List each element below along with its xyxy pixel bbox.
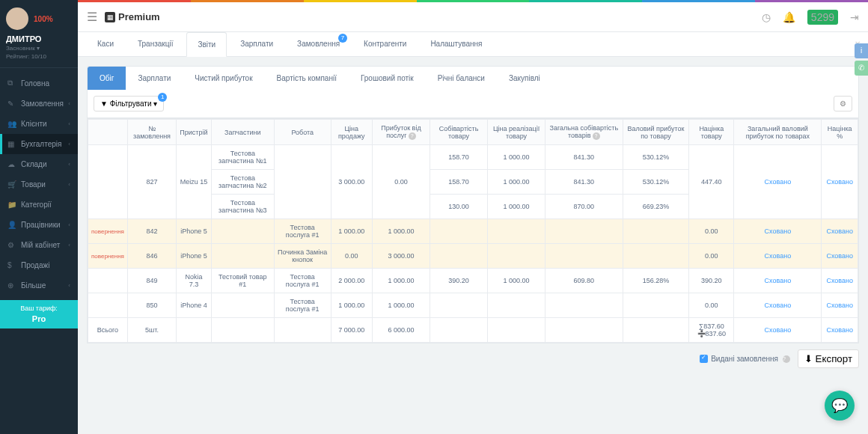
- sidebar-item-Мій кабінет[interactable]: ⚙Мій кабінет‹: [0, 235, 78, 255]
- cell[interactable]: Сховано: [734, 145, 822, 219]
- sidebar-item-Працівники[interactable]: 👤Працівники‹: [0, 215, 78, 235]
- cell: [488, 318, 545, 343]
- table-footer: Видані замовлення ? ⬇ Експорт: [87, 349, 859, 368]
- clock-icon[interactable]: ◷: [762, 11, 771, 23]
- gear-icon[interactable]: ⚙: [834, 96, 852, 111]
- cell: Тестова запчастина №2: [211, 170, 274, 195]
- cell[interactable]: Сховано: [822, 293, 858, 318]
- sidebar-item-Замовлення[interactable]: ✎Замовлення‹: [0, 94, 78, 114]
- table-row[interactable]: повернення842iPhone 5Тестова послуга #11…: [88, 219, 858, 244]
- filter-button[interactable]: ▼ Фільтрувати ▾ 1: [94, 96, 164, 111]
- subtab-Річні баланси[interactable]: Річні баланси: [426, 67, 497, 90]
- cell: [488, 293, 545, 318]
- cell: 842: [127, 219, 176, 244]
- cell[interactable]: Сховано: [822, 219, 858, 244]
- cell: 0.00: [331, 244, 372, 269]
- avatar[interactable]: [6, 7, 28, 30]
- subtab-Вартість компанії[interactable]: Вартість компанії: [265, 67, 349, 90]
- cell: 1 000.00: [488, 269, 545, 293]
- brand-title: Premium: [118, 11, 160, 22]
- sidebar: 100% ДМИТРО Засновник ▾ Рейтинг: 10/10 ⧉…: [0, 0, 78, 434]
- subtab-Грошовий потік[interactable]: Грошовий потік: [349, 67, 426, 90]
- cell[interactable]: Сховано: [734, 293, 822, 318]
- cell: 669.23%: [623, 195, 688, 219]
- cell[interactable]: Сховано: [822, 318, 858, 343]
- tariff-badge[interactable]: Ваш тариф: Pro: [0, 300, 78, 328]
- sidebar-item-Продажі[interactable]: $Продажі: [0, 255, 78, 275]
- cell: [430, 293, 487, 318]
- cell[interactable]: Сховано: [734, 244, 822, 269]
- tab-Контрагенти[interactable]: Контрагенти: [353, 32, 417, 56]
- table-row[interactable]: 850iPhone 4Тестова послуга #11 000.001 0…: [88, 293, 858, 318]
- tab-Замовлення[interactable]: Замовлення7: [287, 32, 350, 56]
- tariff-line2: Pro: [3, 314, 75, 324]
- help-icon[interactable]: ?: [783, 355, 790, 363]
- cell: [545, 318, 623, 343]
- sidebar-item-Товари[interactable]: 🛒Товари‹: [0, 174, 78, 195]
- nav-icon: ⧉: [7, 79, 16, 88]
- cell: 156.28%: [623, 269, 688, 293]
- cell[interactable]: Сховано: [734, 269, 822, 293]
- export-button[interactable]: ⬇ Експорт: [798, 349, 859, 368]
- cell: 1 000.00: [372, 293, 430, 318]
- cell: 1 000.00: [372, 219, 430, 244]
- col-header: Прибуток від послуг?: [372, 120, 430, 145]
- cell[interactable]: Сховано: [822, 269, 858, 293]
- help-icon[interactable]: ?: [409, 132, 416, 140]
- issued-orders-checkbox[interactable]: Видані замовлення ?: [700, 355, 790, 363]
- cell: 0.00: [689, 293, 734, 318]
- chevron-icon: ‹: [68, 141, 70, 147]
- table-row[interactable]: повернення846iPhone 5Починка Заміна кноп…: [88, 244, 858, 269]
- subtab-Обіг[interactable]: Обіг: [88, 67, 126, 90]
- cell[interactable]: Сховано: [734, 318, 822, 343]
- tab-Зарплати[interactable]: Зарплати: [230, 32, 284, 56]
- tab-Звіти[interactable]: Звіти: [186, 32, 227, 57]
- sidebar-item-Бухгалтерія[interactable]: ▦Бухгалтерія‹: [0, 134, 78, 154]
- cell: повернення: [88, 244, 128, 269]
- tariff-line1: Ваш тариф:: [20, 305, 58, 312]
- cell: [545, 219, 623, 244]
- subtab-Закупівлі[interactable]: Закупівлі: [497, 67, 552, 90]
- balance-badge[interactable]: 5299: [807, 10, 838, 25]
- nav-icon: 👤: [7, 221, 16, 229]
- chevron-icon: ‹: [68, 161, 70, 168]
- sidebar-item-Клієнти[interactable]: 👥Клієнти‹: [0, 114, 78, 134]
- secondary-tabs: ОбігЗарплатиЧистий прибутокВартість комп…: [87, 66, 859, 90]
- brand-icon: ▦: [105, 12, 115, 22]
- sidebar-item-Склади[interactable]: ☁Склади‹: [0, 154, 78, 174]
- sidebar-item-Більше[interactable]: ⊕Більше‹: [0, 275, 78, 296]
- tab-Налаштування[interactable]: Налаштування: [420, 32, 492, 56]
- bell-icon[interactable]: 🔔: [783, 11, 795, 23]
- subtab-Зарплати[interactable]: Зарплати: [126, 67, 183, 90]
- cell[interactable]: Сховано: [734, 219, 822, 244]
- hamburger-icon[interactable]: ☰: [87, 10, 97, 24]
- report-table-wrap: № замовленняПристрійЗапчастиниРоботаЦіна…: [87, 118, 859, 343]
- col-header: Робота: [274, 120, 331, 145]
- tab-Транзакції[interactable]: Транзакції: [127, 32, 183, 56]
- cell: 846: [127, 244, 176, 269]
- cell: 7 000.00: [331, 318, 372, 343]
- nav-label: Продажі: [21, 261, 70, 269]
- tab-Каси[interactable]: Каси: [87, 32, 124, 56]
- cell: 841.30: [545, 170, 623, 195]
- cell: 609.80: [545, 269, 623, 293]
- chat-fab[interactable]: 💬: [825, 391, 855, 421]
- table-row[interactable]: 849Nokia 7.3Тестовий товар #1Тестова пос…: [88, 269, 858, 293]
- topbar: ☰ ▦ Premium ◷ 🔔 5299 ⇥: [78, 2, 868, 32]
- cell[interactable]: Сховано: [822, 244, 858, 269]
- subtab-Чистий прибуток[interactable]: Чистий прибуток: [183, 67, 264, 90]
- nav-icon: $: [7, 261, 16, 269]
- sidebar-item-Категорії[interactable]: 📁Категорії: [0, 195, 78, 215]
- cell: 390.20: [689, 269, 734, 293]
- table-row[interactable]: 827Meizu 15Тестова запчастина №13 000.00…: [88, 145, 858, 170]
- sidebar-item-Головна[interactable]: ⧉Головна: [0, 73, 78, 94]
- cell[interactable]: Сховано: [822, 145, 858, 219]
- cell: 1 000.00: [488, 195, 545, 219]
- float-info-icon[interactable]: i: [855, 43, 868, 58]
- cell: 1 000.00: [488, 170, 545, 195]
- float-call-icon[interactable]: ✆: [855, 61, 868, 76]
- cell: 447.40: [689, 145, 734, 219]
- help-icon[interactable]: ?: [593, 132, 600, 140]
- user-role[interactable]: Засновник ▾: [6, 45, 72, 52]
- logout-icon[interactable]: ⇥: [850, 11, 859, 23]
